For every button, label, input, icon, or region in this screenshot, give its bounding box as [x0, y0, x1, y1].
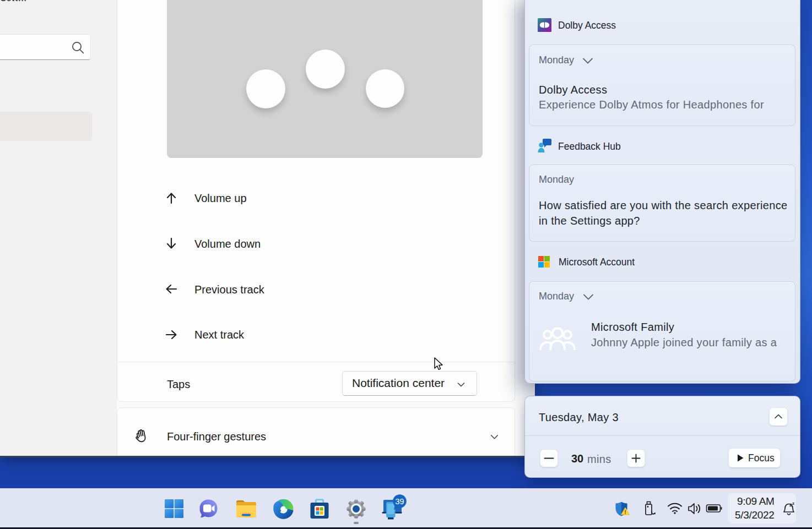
- svg-text:39: 39: [395, 497, 404, 506]
- svg-text:z: z: [792, 501, 794, 506]
